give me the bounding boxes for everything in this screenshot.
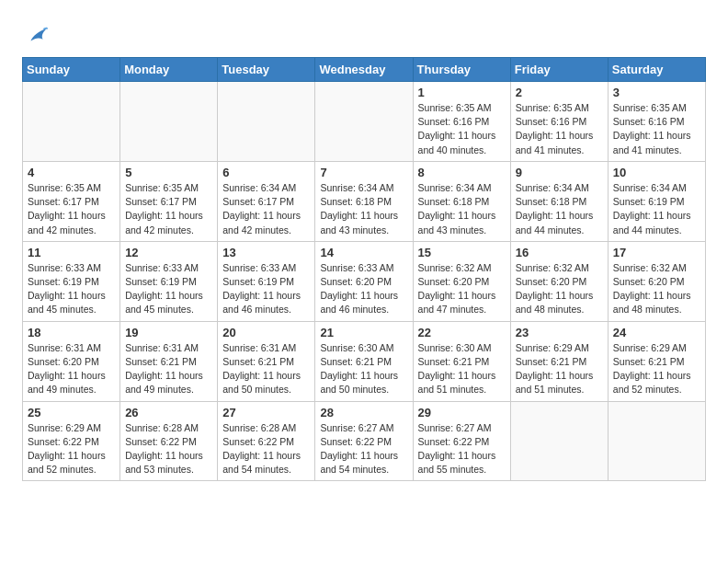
day-number: 5 [125,166,212,179]
day-number: 7 [320,166,407,179]
calendar-cell: 24Sunrise: 6:29 AM Sunset: 6:21 PM Dayli… [608,321,705,401]
weekday-header-thursday: Thursday [413,58,510,82]
calendar-cell: 2Sunrise: 6:35 AM Sunset: 6:16 PM Daylig… [510,82,608,162]
calendar-cell [218,82,315,162]
day-info: Sunrise: 6:35 AM Sunset: 6:17 PM Dayligh… [125,181,212,237]
day-info: Sunrise: 6:30 AM Sunset: 6:21 PM Dayligh… [320,341,407,397]
calendar-cell: 27Sunrise: 6:28 AM Sunset: 6:22 PM Dayli… [218,401,315,481]
day-info: Sunrise: 6:35 AM Sunset: 6:17 PM Dayligh… [28,181,115,237]
calendar-cell [23,82,120,162]
day-number: 12 [125,246,212,259]
day-info: Sunrise: 6:29 AM Sunset: 6:21 PM Dayligh… [613,341,700,397]
day-number: 11 [28,246,115,259]
day-info: Sunrise: 6:27 AM Sunset: 6:22 PM Dayligh… [320,421,407,477]
day-number: 26 [125,406,212,419]
day-info: Sunrise: 6:32 AM Sunset: 6:20 PM Dayligh… [613,261,700,317]
day-info: Sunrise: 6:33 AM Sunset: 6:20 PM Dayligh… [320,261,407,317]
calendar-cell: 29Sunrise: 6:27 AM Sunset: 6:22 PM Dayli… [413,401,510,481]
calendar-cell [120,82,218,162]
day-info: Sunrise: 6:35 AM Sunset: 6:16 PM Dayligh… [613,101,700,157]
day-number: 25 [28,406,115,419]
day-number: 14 [320,246,407,259]
header [22,18,706,48]
calendar-cell: 25Sunrise: 6:29 AM Sunset: 6:22 PM Dayli… [23,401,120,481]
day-info: Sunrise: 6:29 AM Sunset: 6:21 PM Dayligh… [516,341,603,397]
day-info: Sunrise: 6:29 AM Sunset: 6:22 PM Dayligh… [28,421,115,477]
day-info: Sunrise: 6:32 AM Sunset: 6:20 PM Dayligh… [516,261,603,317]
day-number: 3 [613,86,700,99]
weekday-header-sunday: Sunday [23,58,120,82]
calendar-cell: 15Sunrise: 6:32 AM Sunset: 6:20 PM Dayli… [413,241,510,321]
week-row-5: 25Sunrise: 6:29 AM Sunset: 6:22 PM Dayli… [23,401,706,481]
day-number: 15 [418,246,506,259]
weekday-header-friday: Friday [510,58,608,82]
calendar-cell: 20Sunrise: 6:31 AM Sunset: 6:21 PM Dayli… [218,321,315,401]
day-number: 16 [516,246,603,259]
day-info: Sunrise: 6:31 AM Sunset: 6:21 PM Dayligh… [222,341,310,397]
day-number: 29 [418,406,506,419]
day-number: 19 [125,326,212,339]
day-info: Sunrise: 6:28 AM Sunset: 6:22 PM Dayligh… [222,421,310,477]
day-number: 4 [28,166,115,179]
day-number: 2 [516,86,603,99]
day-info: Sunrise: 6:27 AM Sunset: 6:22 PM Dayligh… [418,421,506,477]
calendar-cell: 5Sunrise: 6:35 AM Sunset: 6:17 PM Daylig… [120,161,218,241]
calendar-cell: 6Sunrise: 6:34 AM Sunset: 6:17 PM Daylig… [218,161,315,241]
day-info: Sunrise: 6:28 AM Sunset: 6:22 PM Dayligh… [125,421,212,477]
weekday-header-wednesday: Wednesday [315,58,413,82]
day-info: Sunrise: 6:30 AM Sunset: 6:21 PM Dayligh… [418,341,506,397]
week-row-2: 4Sunrise: 6:35 AM Sunset: 6:17 PM Daylig… [23,161,706,241]
weekday-header-tuesday: Tuesday [218,58,315,82]
day-number: 17 [613,246,700,259]
day-info: Sunrise: 6:35 AM Sunset: 6:16 PM Dayligh… [516,101,603,157]
calendar-cell: 9Sunrise: 6:34 AM Sunset: 6:18 PM Daylig… [510,161,608,241]
weekday-header-row: SundayMondayTuesdayWednesdayThursdayFrid… [23,58,706,82]
day-number: 18 [28,326,115,339]
day-number: 24 [613,326,700,339]
calendar-cell: 16Sunrise: 6:32 AM Sunset: 6:20 PM Dayli… [510,241,608,321]
calendar-cell: 28Sunrise: 6:27 AM Sunset: 6:22 PM Dayli… [315,401,413,481]
week-row-3: 11Sunrise: 6:33 AM Sunset: 6:19 PM Dayli… [23,241,706,321]
calendar-cell [510,401,608,481]
calendar-cell: 3Sunrise: 6:35 AM Sunset: 6:16 PM Daylig… [608,82,705,162]
week-row-4: 18Sunrise: 6:31 AM Sunset: 6:20 PM Dayli… [23,321,706,401]
calendar-cell: 22Sunrise: 6:30 AM Sunset: 6:21 PM Dayli… [413,321,510,401]
day-info: Sunrise: 6:34 AM Sunset: 6:18 PM Dayligh… [320,181,407,237]
calendar-cell: 17Sunrise: 6:32 AM Sunset: 6:20 PM Dayli… [608,241,705,321]
calendar-cell: 12Sunrise: 6:33 AM Sunset: 6:19 PM Dayli… [120,241,218,321]
calendar-table: SundayMondayTuesdayWednesdayThursdayFrid… [22,57,706,481]
day-info: Sunrise: 6:34 AM Sunset: 6:18 PM Dayligh… [516,181,603,237]
calendar-cell: 13Sunrise: 6:33 AM Sunset: 6:19 PM Dayli… [218,241,315,321]
day-info: Sunrise: 6:33 AM Sunset: 6:19 PM Dayligh… [28,261,115,317]
calendar-cell [608,401,705,481]
calendar-cell: 19Sunrise: 6:31 AM Sunset: 6:21 PM Dayli… [120,321,218,401]
calendar-cell: 11Sunrise: 6:33 AM Sunset: 6:19 PM Dayli… [23,241,120,321]
day-info: Sunrise: 6:35 AM Sunset: 6:16 PM Dayligh… [418,101,506,157]
day-number: 6 [222,166,310,179]
day-number: 28 [320,406,407,419]
day-number: 1 [418,86,506,99]
day-number: 10 [613,166,700,179]
day-info: Sunrise: 6:33 AM Sunset: 6:19 PM Dayligh… [125,261,212,317]
day-number: 21 [320,326,407,339]
calendar-cell: 23Sunrise: 6:29 AM Sunset: 6:21 PM Dayli… [510,321,608,401]
day-info: Sunrise: 6:33 AM Sunset: 6:19 PM Dayligh… [222,261,310,317]
weekday-header-monday: Monday [120,58,218,82]
logo [22,22,50,48]
day-number: 20 [222,326,310,339]
day-info: Sunrise: 6:34 AM Sunset: 6:18 PM Dayligh… [418,181,506,237]
calendar-cell: 10Sunrise: 6:34 AM Sunset: 6:19 PM Dayli… [608,161,705,241]
weekday-header-saturday: Saturday [608,58,705,82]
calendar-cell: 1Sunrise: 6:35 AM Sunset: 6:16 PM Daylig… [413,82,510,162]
calendar-cell: 8Sunrise: 6:34 AM Sunset: 6:18 PM Daylig… [413,161,510,241]
calendar-cell: 21Sunrise: 6:30 AM Sunset: 6:21 PM Dayli… [315,321,413,401]
day-info: Sunrise: 6:32 AM Sunset: 6:20 PM Dayligh… [418,261,506,317]
day-number: 23 [516,326,603,339]
day-number: 8 [418,166,506,179]
day-info: Sunrise: 6:34 AM Sunset: 6:17 PM Dayligh… [222,181,310,237]
day-info: Sunrise: 6:34 AM Sunset: 6:19 PM Dayligh… [613,181,700,237]
day-number: 27 [222,406,310,419]
logo-bird-icon [24,22,50,48]
day-info: Sunrise: 6:31 AM Sunset: 6:20 PM Dayligh… [28,341,115,397]
calendar-cell: 7Sunrise: 6:34 AM Sunset: 6:18 PM Daylig… [315,161,413,241]
